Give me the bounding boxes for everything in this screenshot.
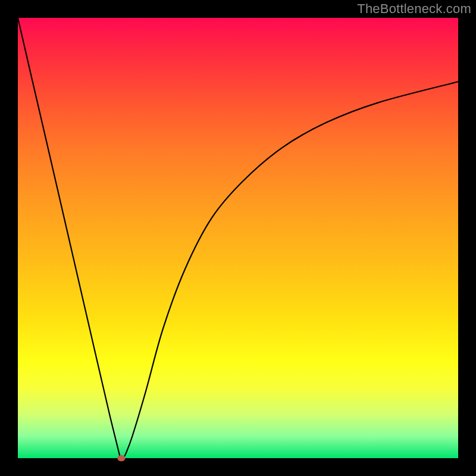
bottleneck-curve [18,18,458,458]
curve-svg [18,18,458,458]
watermark-text: TheBottleneck.com [357,1,471,17]
chart-container: TheBottleneck.com [0,0,476,476]
minimum-marker [117,455,125,461]
plot-area [18,18,458,458]
